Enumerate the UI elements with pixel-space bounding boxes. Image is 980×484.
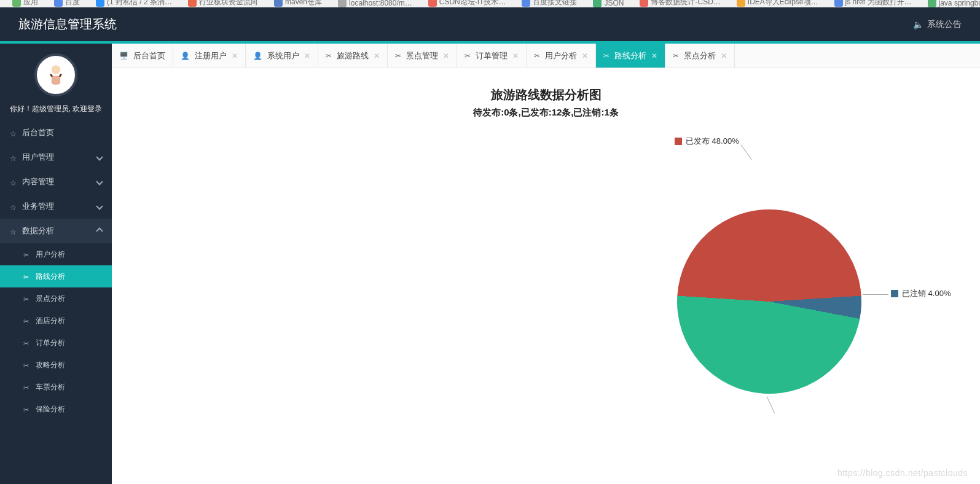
sidebar-subitem-车票分析[interactable]: 车票分析 bbox=[0, 376, 112, 398]
bookmark-item[interactable]: CSDN论坛-IT技术… bbox=[428, 0, 506, 7]
scissors-icon bbox=[23, 383, 31, 391]
tab-用户分析[interactable]: ✂用户分析✕ bbox=[527, 44, 596, 68]
sidebar-subitem-保险分析[interactable]: 保险分析 bbox=[0, 398, 112, 420]
tab-label: 后台首页 bbox=[133, 50, 165, 61]
sidebar-subitem-label: 订单分析 bbox=[36, 338, 65, 348]
tab-label: 用户分析 bbox=[545, 50, 577, 61]
bookmark-favicon bbox=[593, 0, 602, 7]
sidebar-nav: 后台首页用户管理内容管理业务管理数据分析用户分析路线分析景点分析酒店分析订单分析… bbox=[0, 120, 112, 420]
tab-bar: 🖥️后台首页👤注册用户✕👤系统用户✕✂旅游路线✕✂景点管理✕✂订单管理✕✂用户分… bbox=[112, 44, 980, 68]
content-area: 🖥️后台首页👤注册用户✕👤系统用户✕✂旅游路线✕✂景点管理✕✂订单管理✕✂用户分… bbox=[112, 41, 980, 484]
sidebar-item-内容管理[interactable]: 内容管理 bbox=[0, 170, 112, 194]
close-icon[interactable]: ✕ bbox=[304, 52, 310, 60]
scissors-icon bbox=[23, 339, 31, 346]
bookmark-label: java springbo… bbox=[939, 0, 980, 7]
bookmark-favicon bbox=[737, 0, 745, 7]
sidebar-subitem-订单分析[interactable]: 订单分析 bbox=[0, 332, 112, 354]
legend-swatch-cancelled bbox=[891, 290, 898, 297]
bookmark-item[interactable]: 应用 bbox=[12, 0, 38, 7]
bookmark-item[interactable]: (1 封私信 / 2 条消… bbox=[96, 0, 172, 7]
tab-icon: 👤 bbox=[181, 52, 190, 60]
bookmark-label: IDEA导入Eclipse项… bbox=[748, 0, 818, 7]
sidebar-subitem-label: 攻略分析 bbox=[36, 360, 65, 370]
bookmark-item[interactable]: JSON bbox=[593, 0, 624, 7]
bookmark-item[interactable]: js href 为函数打开… bbox=[834, 0, 912, 7]
bookmark-item[interactable]: 行业板块资金流向 bbox=[188, 0, 258, 7]
sidebar-item-业务管理[interactable]: 业务管理 bbox=[0, 194, 112, 219]
bookmark-item[interactable]: maven仓库 bbox=[274, 0, 322, 7]
bookmark-item[interactable]: 百度接文链接 bbox=[522, 0, 577, 7]
sidebar-subitem-用户分析[interactable]: 用户分析 bbox=[0, 243, 112, 265]
legend-swatch-published bbox=[675, 138, 682, 145]
system-notice-link[interactable]: 🔈 系统公告 bbox=[913, 19, 962, 30]
tab-旅游路线[interactable]: ✂旅游路线✕ bbox=[318, 44, 388, 68]
close-icon[interactable]: ✕ bbox=[582, 52, 588, 60]
svg-point-0 bbox=[52, 65, 60, 74]
star-icon bbox=[10, 129, 17, 136]
tab-icon: 🖥️ bbox=[119, 52, 128, 60]
bookmark-favicon bbox=[274, 0, 283, 7]
sidebar-item-用户管理[interactable]: 用户管理 bbox=[0, 145, 112, 170]
bookmark-favicon bbox=[640, 0, 648, 7]
tab-系统用户[interactable]: 👤系统用户✕ bbox=[246, 44, 318, 68]
bookmark-label: localhost:8080/m… bbox=[349, 0, 412, 7]
sidebar-subitem-路线分析[interactable]: 路线分析 bbox=[0, 265, 112, 287]
tab-订单管理[interactable]: ✂订单管理✕ bbox=[457, 44, 527, 68]
chevron-down-icon bbox=[96, 203, 103, 209]
tab-后台首页[interactable]: 🖥️后台首页 bbox=[112, 44, 173, 68]
close-icon[interactable]: ✕ bbox=[721, 52, 727, 60]
close-icon[interactable]: ✕ bbox=[443, 52, 449, 60]
bookmark-item[interactable]: 百度 bbox=[54, 0, 80, 7]
bookmark-item[interactable]: IDEA导入Eclipse项… bbox=[737, 0, 818, 7]
pie-chart bbox=[677, 209, 861, 394]
star-icon bbox=[10, 203, 17, 210]
tab-label: 系统用户 bbox=[267, 50, 299, 61]
tab-注册用户[interactable]: 👤注册用户✕ bbox=[173, 44, 246, 68]
chevron-down-icon bbox=[96, 178, 103, 185]
avatar-icon bbox=[42, 61, 70, 89]
close-icon[interactable]: ✕ bbox=[512, 52, 519, 60]
bookmark-favicon bbox=[12, 0, 21, 7]
close-icon[interactable]: ✕ bbox=[374, 52, 380, 60]
sidebar-subitem-攻略分析[interactable]: 攻略分析 bbox=[0, 354, 112, 376]
avatar[interactable] bbox=[34, 53, 77, 96]
user-panel: 你好！超级管理员, 欢迎登录 bbox=[0, 44, 112, 120]
scissors-icon bbox=[23, 317, 31, 324]
bookmark-item[interactable]: 博客数据统计-CSD… bbox=[640, 0, 720, 7]
tab-label: 景点分析 bbox=[684, 50, 716, 61]
tab-景点管理[interactable]: ✂景点管理✕ bbox=[388, 44, 457, 68]
tab-路线分析[interactable]: ✂路线分析✕ bbox=[596, 44, 665, 68]
bookmark-label: (1 封私信 / 2 条消… bbox=[107, 0, 172, 7]
sidebar-item-后台首页[interactable]: 后台首页 bbox=[0, 120, 112, 145]
chart-title: 旅游路线数据分析图 bbox=[112, 87, 980, 103]
sidebar-item-label: 内容管理 bbox=[22, 176, 54, 187]
bookmark-favicon bbox=[54, 0, 63, 7]
close-icon[interactable]: ✕ bbox=[232, 52, 238, 60]
bookmark-label: 百度接文链接 bbox=[533, 0, 577, 7]
app-header: 旅游信息管理系统 🔈 系统公告 bbox=[0, 7, 980, 41]
chevron-up-icon bbox=[96, 227, 103, 234]
bookmark-label: JSON bbox=[604, 0, 624, 7]
chart-panel: 旅游路线数据分析图 待发布:0条,已发布:12条,已注销:1条 已发布 48.0… bbox=[112, 68, 980, 484]
tab-icon: ✂ bbox=[326, 52, 332, 60]
sidebar-subitem-景点分析[interactable]: 景点分析 bbox=[0, 287, 112, 310]
bookmark-label: js href 为函数打开… bbox=[845, 0, 912, 7]
bookmark-favicon bbox=[428, 0, 437, 7]
scissors-icon bbox=[23, 405, 31, 413]
tab-icon: ✂ bbox=[465, 52, 471, 60]
pie-slices bbox=[672, 204, 867, 399]
sidebar-item-数据分析[interactable]: 数据分析 bbox=[0, 219, 112, 243]
sidebar-item-label: 后台首页 bbox=[22, 127, 54, 138]
bookmark-item[interactable]: localhost:8080/m… bbox=[338, 0, 412, 7]
bookmark-label: 百度 bbox=[65, 0, 80, 7]
sidebar-subitem-label: 景点分析 bbox=[36, 294, 65, 304]
callout-line bbox=[741, 144, 752, 160]
sidebar-subitem-酒店分析[interactable]: 酒店分析 bbox=[0, 310, 112, 332]
tab-景点分析[interactable]: ✂景点分析✕ bbox=[665, 44, 735, 68]
bookmark-item[interactable]: java springbo… bbox=[928, 0, 980, 7]
bookmark-favicon bbox=[928, 0, 936, 7]
speaker-icon: 🔈 bbox=[913, 20, 923, 29]
callout-line bbox=[767, 396, 775, 413]
close-icon[interactable]: ✕ bbox=[651, 52, 657, 60]
chevron-down-icon bbox=[96, 154, 103, 160]
